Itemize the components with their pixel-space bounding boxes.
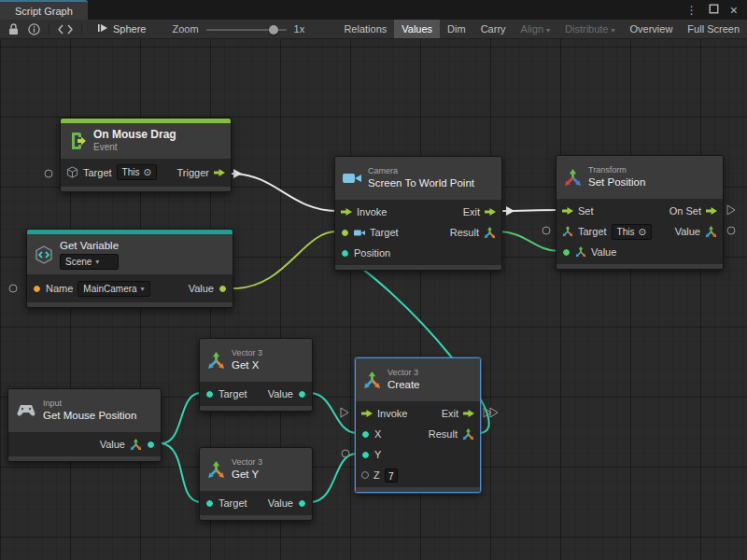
overview-button[interactable]: Overview bbox=[623, 20, 681, 38]
node-get-mouse-position[interactable]: Input Get Mouse Position Value bbox=[7, 388, 162, 462]
flow-port-marker-icon[interactable] bbox=[341, 408, 348, 417]
this-chip[interactable]: This⊙ bbox=[612, 224, 652, 240]
flow-arrow-icon[interactable] bbox=[361, 409, 373, 418]
tab-script-graph[interactable]: Script Graph bbox=[0, 0, 88, 20]
port-value-input[interactable] bbox=[562, 248, 571, 257]
chevron-down-icon: ▾ bbox=[612, 26, 615, 35]
node-category: Vector 3 bbox=[388, 368, 420, 378]
variable-kind-select[interactable]: Scene▾ bbox=[60, 254, 119, 270]
node-body: Target This⊙ Trigger bbox=[61, 159, 231, 187]
node-title: Get Mouse Position bbox=[43, 409, 136, 422]
port-value-output[interactable] bbox=[147, 441, 155, 449]
port-value-output[interactable] bbox=[298, 390, 306, 399]
variable-icon bbox=[35, 245, 53, 264]
node-body: Invoke Exit Target Result Position bbox=[335, 200, 501, 265]
info-icon[interactable] bbox=[23, 20, 45, 38]
z-value-input[interactable]: 7 bbox=[385, 469, 398, 483]
vector3-type-icon[interactable] bbox=[705, 226, 717, 238]
port-label-exit: Exit bbox=[442, 408, 458, 419]
graph-breadcrumb[interactable]: Sphere bbox=[97, 22, 146, 35]
value-port-marker-icon[interactable] bbox=[45, 170, 52, 177]
node-footer bbox=[335, 265, 501, 270]
node-header: Vector 3 Get X bbox=[200, 339, 312, 382]
port-label-value: Value bbox=[100, 439, 125, 450]
wire-variable-to-target[interactable] bbox=[233, 231, 336, 288]
port-y-input[interactable] bbox=[361, 451, 370, 459]
variable-name-select[interactable]: MainCamera▾ bbox=[78, 281, 149, 297]
node-set-position[interactable]: Transform Set Position Set On Set Target… bbox=[556, 155, 724, 270]
value-port-marker-icon[interactable] bbox=[342, 450, 349, 457]
carry-button[interactable]: Carry bbox=[473, 20, 514, 38]
port-name-input[interactable] bbox=[33, 285, 41, 293]
wire-result-to-value[interactable] bbox=[499, 231, 558, 251]
node-screen-to-world-point[interactable]: Camera Screen To World Point Invoke Exit… bbox=[334, 156, 502, 271]
port-z-input[interactable] bbox=[361, 471, 369, 479]
port-value-output[interactable] bbox=[218, 285, 227, 293]
wire-gety-to-y[interactable] bbox=[310, 454, 357, 502]
port-position-input[interactable] bbox=[341, 249, 349, 258]
zoom-slider-handle[interactable] bbox=[269, 25, 278, 35]
event-icon bbox=[68, 132, 87, 150]
flow-arrow-icon[interactable] bbox=[562, 206, 573, 216]
chevron-down-icon: ▾ bbox=[546, 26, 550, 35]
lock-icon[interactable] bbox=[4, 20, 23, 38]
flow-arrow-icon[interactable] bbox=[485, 207, 496, 217]
relations-button[interactable]: Relations bbox=[336, 20, 394, 38]
node-footer bbox=[8, 456, 161, 461]
port-label-value: Value bbox=[189, 283, 214, 294]
wire-mouse-to-gety[interactable] bbox=[162, 443, 201, 502]
node-on-mouse-drag[interactable]: On Mouse Drag Event Target This⊙ Trigger bbox=[60, 118, 232, 192]
flow-arrow-icon[interactable] bbox=[214, 168, 225, 177]
zoom-label: Zoom bbox=[172, 23, 198, 35]
maximize-icon[interactable] bbox=[709, 4, 719, 16]
graph-canvas[interactable]: On Mouse Drag Event Target This⊙ Trigger bbox=[0, 39, 747, 560]
port-target-input[interactable] bbox=[205, 499, 214, 508]
flow-arrow-icon[interactable] bbox=[706, 206, 717, 216]
node-header: On Mouse Drag Event bbox=[61, 123, 231, 159]
align-button[interactable]: Align▾ bbox=[514, 20, 557, 38]
node-title: Set Position bbox=[588, 175, 645, 189]
vector3-icon bbox=[363, 371, 381, 389]
target-picker-icon[interactable]: ⊙ bbox=[143, 166, 150, 178]
values-button[interactable]: Values bbox=[394, 20, 440, 38]
value-port-marker-icon[interactable] bbox=[727, 227, 735, 234]
node-category: Vector 3 bbox=[232, 457, 262, 468]
code-icon[interactable] bbox=[53, 20, 78, 38]
vector-type-icon bbox=[130, 439, 142, 451]
tab-bar: Script Graph ⋮ × bbox=[0, 0, 747, 20]
flow-arrow-icon[interactable] bbox=[463, 409, 474, 418]
node-vector3-get-x[interactable]: Vector 3 Get X Target Value bbox=[199, 338, 313, 412]
port-label-target: Target bbox=[578, 226, 607, 237]
port-label-set: Set bbox=[578, 205, 594, 217]
port-value-output[interactable] bbox=[298, 499, 306, 508]
zoom-slider[interactable] bbox=[206, 20, 287, 38]
flow-arrow-icon[interactable] bbox=[341, 207, 352, 217]
chevron-down-icon: ▾ bbox=[95, 256, 99, 268]
port-label-name: Name bbox=[46, 283, 73, 294]
node-vector3-get-y[interactable]: Vector 3 Get Y Target Value bbox=[199, 447, 313, 521]
flow-port-marker-icon[interactable] bbox=[727, 205, 735, 215]
port-x-input[interactable] bbox=[361, 430, 370, 439]
dim-button[interactable]: Dim bbox=[440, 20, 473, 38]
vector3-type-icon[interactable] bbox=[462, 428, 474, 441]
wire-trigger-to-invoke[interactable] bbox=[232, 174, 336, 211]
value-port-marker-icon[interactable] bbox=[543, 227, 550, 234]
close-icon[interactable]: × bbox=[730, 4, 738, 17]
this-chip[interactable]: This⊙ bbox=[117, 164, 157, 180]
distribute-button[interactable]: Distribute▾ bbox=[557, 20, 622, 38]
node-header: Get Variable Scene▾ bbox=[27, 234, 233, 274]
value-port-marker-icon[interactable] bbox=[9, 285, 17, 292]
full-screen-button[interactable]: Full Screen bbox=[680, 20, 747, 38]
menu-icon[interactable]: ⋮ bbox=[686, 5, 698, 16]
toolbar-separator bbox=[81, 23, 82, 35]
node-header: Input Get Mouse Position bbox=[8, 389, 161, 432]
node-body: Name MainCamera▾ Value bbox=[27, 274, 233, 302]
node-get-variable[interactable]: Get Variable Scene▾ Name MainCamera▾ Val… bbox=[26, 229, 233, 308]
port-target-input[interactable] bbox=[205, 390, 214, 399]
wire-mouse-to-getx[interactable] bbox=[162, 393, 201, 443]
vector3-type-icon[interactable] bbox=[484, 227, 496, 239]
wire-getx-to-x[interactable] bbox=[310, 393, 357, 433]
node-vector3-create[interactable]: Vector 3 Create Invoke Exit X Result bbox=[355, 357, 481, 493]
target-picker-icon[interactable]: ⊙ bbox=[638, 226, 645, 238]
port-target-input[interactable] bbox=[341, 229, 349, 237]
